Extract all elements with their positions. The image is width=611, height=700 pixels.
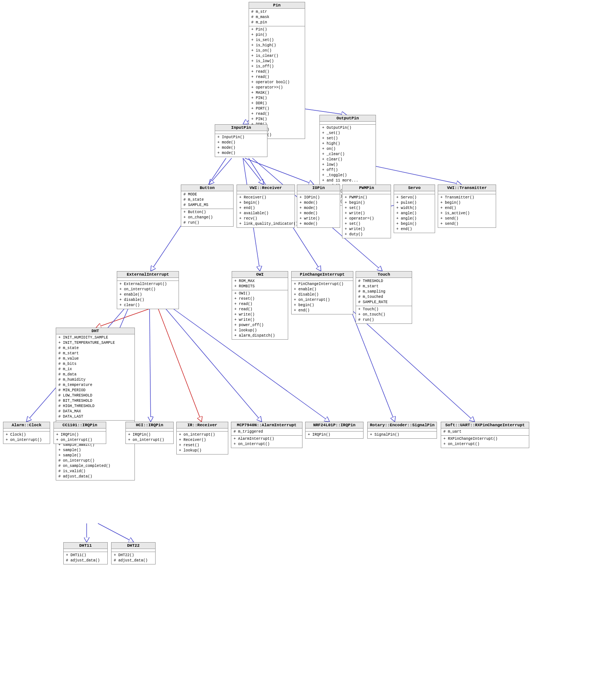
externalinterrupt-fields	[117, 278, 179, 281]
externalinterrupt-box: ExternalInterrupt + ExternalInterrupt() …	[117, 271, 179, 309]
diagram-container: Pin # m_str # m_mask # m_pin + Pin() + p…	[0, 0, 611, 700]
vwi-transmitter-methods: + Transmitter() + begin() + end() + is_a…	[438, 194, 496, 227]
svg-line-4	[245, 158, 314, 185]
soft-uart-box: Soft::UART::RXPinChangeInterrupt # m_uar…	[441, 422, 529, 448]
alarm-clock-methods: + Clock() + on_interrupt()	[3, 432, 50, 444]
inputpin-methods: + InputPin() + mode() + mode() + mode()	[215, 134, 267, 157]
ir-receiver-title: IR::Receiver	[177, 422, 228, 429]
hci-irqpin-methods: + IRQPin() + on_interrupt()	[126, 432, 173, 444]
vwi-transmitter-title: VWI::Transmitter	[438, 185, 496, 191]
svg-line-2	[209, 158, 232, 185]
iopin-fields	[297, 191, 340, 194]
pin-title: Pin	[249, 2, 305, 9]
servo-title: Servo	[394, 185, 435, 191]
rotary-title: Rotary::Encoder::SignalPin	[368, 422, 437, 429]
outputpin-fields	[320, 122, 376, 125]
owi-box: OWI + ROM_MAX + ROMBITS + OWI() + reset(…	[232, 271, 288, 340]
pwmpin-methods: + PWMPin() + begin() + set() + write() +…	[342, 194, 391, 238]
touch-methods: + Touch() + on_touch() # run()	[356, 306, 412, 323]
dht-fields: + INIT_HUMIDITY_SAMPLE + INIT_TEMPERATUR…	[56, 334, 134, 421]
dht22-box: DHT22 + DHT22() # adjust_data()	[111, 542, 156, 564]
pin-box: Pin # m_str # m_mask # m_pin + Pin() + p…	[249, 2, 305, 139]
pwmpin-title: PWMPin	[342, 185, 391, 191]
vwi-receiver-fields	[237, 191, 295, 194]
dht11-box: DHT11 + DHT11() # adjust_data()	[63, 542, 108, 564]
svg-line-18	[150, 309, 151, 422]
button-methods: + Button() + on_change() # run()	[181, 209, 233, 226]
nrf24-methods: + IRQPin()	[306, 432, 363, 438]
alarm-clock-title: Alarm::Clock	[3, 422, 50, 429]
servo-methods: + Servo() + pulse() + width() + angle() …	[394, 194, 435, 233]
soft-uart-methods: + RXPinChangeInterrupt() + on_interrupt(…	[441, 436, 529, 448]
vwi-receiver-methods: + Receiver() + begin() + end() + availab…	[237, 194, 295, 227]
externalinterrupt-title: ExternalInterrupt	[117, 271, 179, 278]
pin-fields: # m_str # m_mask # m_pin	[249, 9, 305, 26]
svg-line-25	[98, 523, 134, 542]
pin-methods: + Pin() + pin() + is_set() + is_high() +…	[249, 26, 305, 139]
dht22-fields	[112, 549, 155, 552]
inputpin-box: InputPin + InputPin() + mode() + mode() …	[215, 124, 267, 157]
dht-title: DHT	[56, 328, 134, 334]
cc1101-irqpin-fields	[54, 429, 106, 432]
soft-uart-fields: # m_uart	[441, 429, 529, 436]
dht11-title: DHT11	[64, 543, 107, 549]
nrf24-fields	[306, 429, 363, 432]
pinchangeinterrupt-fields	[292, 278, 353, 281]
nrf24-title: NRF24L01P::IRQPin	[306, 422, 363, 429]
mcp7940n-title: MCP7940N::AlarmInterrupt	[231, 422, 302, 429]
servo-box: Servo + Servo() + pulse() + width() + an…	[394, 185, 435, 233]
hci-irqpin-box: HCI::IRQPin + IRQPin() + on_interrupt()	[125, 422, 174, 444]
pinchangeinterrupt-methods: + PinChangeInterrupt() + enable() + disa…	[292, 281, 353, 314]
vwi-receiver-title: VWI::Receiver	[237, 185, 295, 191]
cc1101-irqpin-title: CC1101::IRQPin	[54, 422, 106, 429]
owi-methods: + OWI() + reset() + read() + read() + wr…	[232, 290, 288, 339]
touch-title: Touch	[356, 271, 412, 278]
svg-line-15	[96, 309, 150, 328]
vwi-receiver-box: VWI::Receiver + Receiver() + begin() + e…	[237, 185, 295, 228]
dht11-methods: + DHT11() # adjust_data()	[64, 552, 107, 564]
button-title: Button	[181, 185, 233, 191]
mcp7940n-fields: # m_triggered	[231, 429, 302, 436]
pwmpin-fields	[342, 191, 391, 194]
dht22-title: DHT22	[112, 543, 155, 549]
pinchangeinterrupt-title: PinChangeInterrupt	[292, 271, 353, 278]
button-fields: # MODE # m_state # SAMPLE_MS	[181, 191, 233, 209]
ir-receiver-fields	[177, 429, 228, 432]
ir-receiver-methods: + on_interrupt() + Receiver() + reset() …	[177, 432, 228, 454]
rotary-fields	[368, 429, 437, 432]
nrf24-box: NRF24L01P::IRQPin + IRQPin()	[305, 422, 364, 439]
soft-uart-title: Soft::UART::RXPinChangeInterrupt	[441, 422, 529, 429]
iopin-title: IOPin	[297, 185, 340, 191]
servo-fields	[394, 191, 435, 194]
outputpin-title: OutputPin	[320, 115, 376, 122]
button-box: Button # MODE # m_state # SAMPLE_MS + Bu…	[181, 185, 234, 227]
hci-irqpin-fields	[126, 429, 173, 432]
hci-irqpin-title: HCI::IRQPin	[126, 422, 173, 429]
ir-receiver-box: IR::Receiver + on_interrupt() + Receiver…	[176, 422, 228, 454]
inputpin-fields	[215, 131, 267, 134]
externalinterrupt-methods: + ExternalInterrupt() + on_interrupt() +…	[117, 281, 179, 309]
pwmpin-box: PWMPin + PWMPin() + begin() + set() + wr…	[342, 185, 391, 238]
owi-title: OWI	[232, 271, 288, 278]
vwi-transmitter-box: VWI::Transmitter + Transmitter() + begin…	[438, 185, 496, 228]
owi-fields: + ROM_MAX + ROMBITS	[232, 278, 288, 290]
alarm-clock-box: Alarm::Clock + Clock() + on_interrupt()	[3, 422, 50, 444]
rotary-box: Rotary::Encoder::SignalPin + SignalPin()	[367, 422, 437, 439]
mcp7940n-methods: + AlarmInterrupt() + on_interrupt()	[231, 436, 302, 448]
svg-line-22	[350, 309, 395, 422]
dht22-methods: + DHT22() # adjust_data()	[112, 552, 155, 564]
svg-line-19	[158, 309, 202, 422]
inputpin-title: InputPin	[215, 125, 267, 131]
touch-box: Touch # THRESHOLD # m_start # m_sampling…	[356, 271, 412, 324]
pinchangeinterrupt-box: PinChangeInterrupt + PinChangeInterrupt(…	[291, 271, 353, 314]
touch-fields: # THRESHOLD # m_start # m_sampling # m_t…	[356, 278, 412, 306]
svg-line-23	[350, 309, 475, 422]
alarm-clock-fields	[3, 429, 50, 432]
iopin-methods: + IOPin() + mode() + mode() + mode() + w…	[297, 194, 340, 227]
cc1101-irqpin-methods: + IRQPin() + on_interrupt()	[54, 432, 106, 444]
svg-line-3	[243, 158, 264, 185]
vwi-transmitter-fields	[438, 191, 496, 194]
mcp7940n-box: MCP7940N::AlarmInterrupt # m_triggered +…	[231, 422, 302, 448]
cc1101-irqpin-box: CC1101::IRQPin + IRQPin() + on_interrupt…	[53, 422, 106, 444]
dht11-fields	[64, 549, 107, 552]
